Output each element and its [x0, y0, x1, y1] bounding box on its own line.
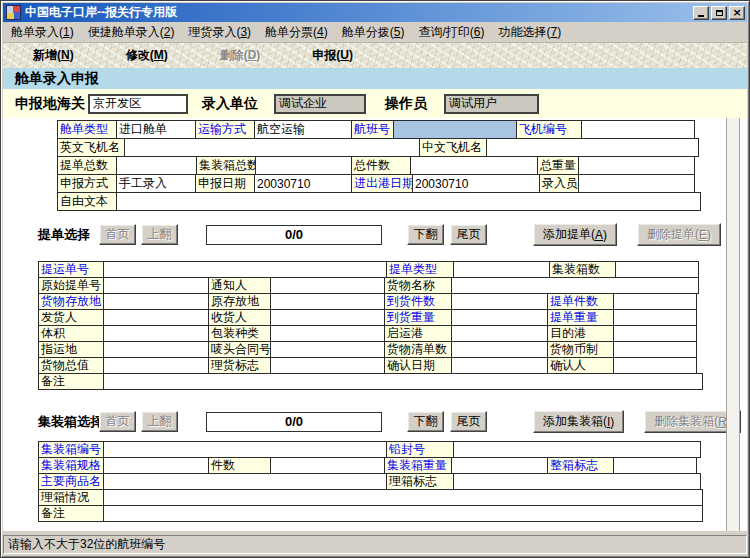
menu-item[interactable]: 功能选择(7) — [491, 22, 568, 43]
field-value[interactable] — [103, 441, 387, 458]
vertical-scrollbar[interactable] — [726, 118, 740, 531]
field-value[interactable] — [613, 309, 697, 326]
field-value[interactable] — [270, 325, 385, 342]
menu-item[interactable]: 舱单分票(4) — [258, 22, 335, 43]
field-label: 包装种类 — [208, 325, 271, 342]
field-value[interactable] — [451, 341, 548, 358]
toolbar-button[interactable]: 修改(M) — [126, 47, 168, 64]
field-label: 货物总值 — [38, 357, 104, 374]
field-value[interactable] — [103, 473, 387, 490]
field-value[interactable] — [613, 325, 697, 342]
field-value[interactable] — [255, 156, 352, 175]
next-page-button[interactable]: 下翻 — [407, 224, 444, 245]
field-value[interactable] — [581, 120, 695, 139]
field-label: 货物币制 — [547, 341, 614, 358]
field-label: 确认日期 — [384, 357, 452, 374]
field-value[interactable] — [393, 120, 517, 139]
field-value[interactable] — [613, 341, 697, 358]
first-page-button[interactable]: 首页 — [99, 411, 136, 432]
field-value[interactable] — [453, 441, 701, 458]
field-label: 收货人 — [208, 309, 271, 326]
menu-item[interactable]: 理货录入(3) — [181, 22, 258, 43]
field-label: 集装箱规格 — [38, 457, 104, 474]
field-value[interactable] — [270, 293, 385, 310]
field-value[interactable] — [578, 174, 695, 193]
menu-item[interactable]: 查询/打印(6) — [411, 22, 491, 43]
field-value[interactable] — [613, 457, 697, 474]
field-value[interactable] — [270, 277, 385, 294]
add-button[interactable]: 添加集装箱(I) — [533, 410, 624, 433]
toolbar-button[interactable]: 删除(D) — [220, 47, 261, 64]
field-value[interactable] — [103, 489, 703, 506]
customs-input[interactable]: 京开发区 — [88, 94, 188, 114]
menu-item[interactable]: 舱单分拨(5) — [335, 22, 412, 43]
field-value[interactable] — [486, 138, 699, 157]
next-page-button[interactable]: 下翻 — [407, 411, 444, 432]
field-label: 铅封号 — [386, 441, 454, 458]
field-value[interactable] — [103, 293, 209, 310]
field-label: 理箱标志 — [386, 473, 454, 490]
field-label: 发货人 — [38, 309, 104, 326]
field-value[interactable] — [451, 277, 699, 294]
field-value[interactable]: 航空运输 — [254, 120, 352, 139]
field-value[interactable] — [103, 277, 209, 294]
field-value[interactable] — [124, 138, 420, 157]
last-page-button[interactable]: 尾页 — [450, 224, 487, 245]
field-value[interactable] — [410, 156, 538, 175]
container-pager: 集装箱选择首页上翻0/0下翻尾页添加集装箱(I)删除集装箱(R) — [3, 409, 747, 434]
field-value[interactable] — [270, 341, 385, 358]
field-label: 提运单号 — [38, 261, 104, 278]
field-value[interactable] — [451, 293, 548, 310]
field-value[interactable]: 20030710 — [412, 174, 540, 193]
prev-page-button[interactable]: 上翻 — [141, 411, 178, 432]
field-value[interactable] — [270, 457, 385, 474]
field-value[interactable] — [103, 357, 209, 374]
entry-unit-label: 录入单位 — [202, 95, 258, 113]
field-value[interactable] — [116, 192, 701, 211]
field-value[interactable] — [103, 457, 209, 474]
field-label: 提单件数 — [547, 293, 614, 310]
minimize-button[interactable] — [693, 6, 709, 20]
window-title: 中国电子口岸--报关行专用版 — [25, 4, 693, 21]
last-page-button[interactable]: 尾页 — [450, 411, 487, 432]
field-value[interactable] — [103, 505, 703, 522]
field-value[interactable] — [270, 309, 385, 326]
maximize-button[interactable] — [711, 6, 727, 20]
field-value[interactable] — [451, 357, 548, 374]
menu-item[interactable]: 便捷舱单录入(2) — [81, 22, 182, 43]
menu-item[interactable]: 舱单录入(1) — [4, 22, 81, 43]
field-label: 集装箱编号 — [38, 441, 104, 458]
toolbar-button[interactable]: 新增(N) — [33, 47, 74, 64]
add-button[interactable]: 添加提单(A) — [533, 223, 617, 246]
field-value[interactable] — [451, 309, 548, 326]
manifest-table: 舱单类型进口舱单运输方式航空运输航班号飞机编号英文飞机名中文飞机名提单总数集装箱… — [57, 120, 701, 211]
field-label: 原始提单号 — [38, 277, 104, 294]
close-button[interactable]: × — [729, 6, 745, 20]
field-value[interactable] — [453, 261, 550, 278]
field-value[interactable] — [451, 325, 548, 342]
field-label: 确认人 — [547, 357, 614, 374]
field-value[interactable] — [103, 309, 209, 326]
first-page-button[interactable]: 首页 — [99, 224, 136, 245]
field-value[interactable] — [270, 357, 385, 374]
field-value[interactable] — [613, 293, 697, 310]
field-value[interactable]: 20030710 — [254, 174, 352, 193]
field-value[interactable] — [613, 357, 697, 374]
field-value[interactable] — [615, 261, 699, 278]
field-label: 货物存放地 — [38, 293, 104, 310]
field-value[interactable]: 手工录入 — [116, 174, 196, 193]
toolbar-button[interactable]: 申报(U) — [312, 47, 353, 64]
field-value[interactable] — [453, 473, 701, 490]
close-icon: × — [732, 8, 741, 18]
field-label: 目的港 — [547, 325, 614, 342]
field-value[interactable] — [103, 341, 209, 358]
field-value[interactable] — [103, 261, 387, 278]
field-value[interactable] — [103, 325, 209, 342]
field-value[interactable] — [451, 457, 548, 474]
prev-page-button[interactable]: 上翻 — [141, 224, 178, 245]
field-value[interactable]: 进口舱单 — [116, 120, 196, 139]
field-value[interactable] — [578, 156, 695, 175]
delete-button[interactable]: 删除提单(E) — [637, 223, 721, 246]
field-value[interactable] — [116, 156, 197, 175]
field-value[interactable] — [103, 373, 703, 390]
